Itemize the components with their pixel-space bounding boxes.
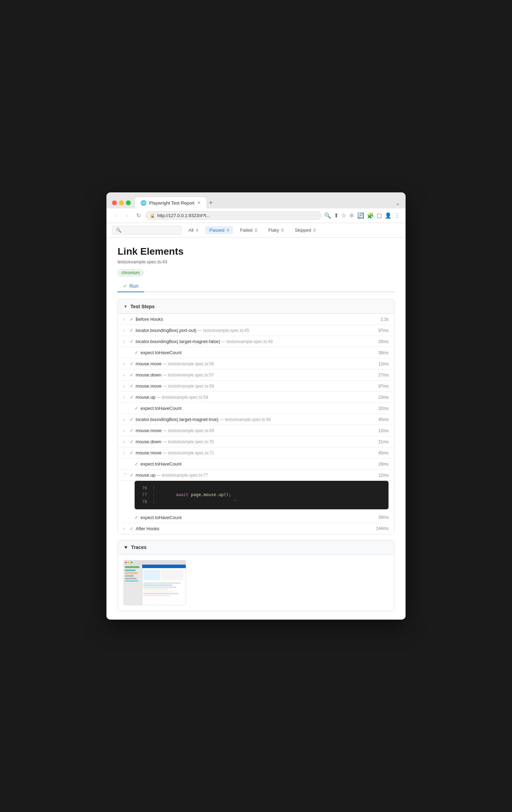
step-item: ✓ expect.toHaveCount 38ms [118, 347, 394, 358]
step-item: › ✓ locator.boundingBox(.target-magnet-f… [118, 336, 394, 347]
step-item: › ✓ locator.boundingBox(.port-out) — tes… [118, 325, 394, 336]
dot [128, 562, 130, 563]
step-item: ✓ expect.toHaveCount 29ms [118, 459, 394, 470]
sidebar-icon[interactable]: ▢ [377, 212, 382, 219]
step-check-icon: ✓ [130, 317, 134, 322]
step-label: mouse.move — tests/example.spec.ts:56 [136, 361, 376, 366]
tab-more-button[interactable]: ⌄ [395, 200, 400, 206]
expand-icon[interactable]: › [123, 384, 128, 388]
page-title: Link Elements [118, 246, 394, 257]
step-time: 97ms [378, 328, 389, 333]
code-line: 77 │ await page.mouse.up(); [140, 492, 383, 498]
step-check-icon: ✓ [130, 328, 134, 333]
reload-button[interactable]: ↻ [134, 212, 143, 219]
tab-close-icon[interactable]: ✕ [197, 200, 201, 205]
test-steps-header[interactable]: ▼ Test Steps [118, 300, 394, 313]
menu-icon[interactable]: ⋮ [394, 212, 400, 219]
refresh-icon[interactable]: 🔄 [357, 212, 364, 219]
expand-icon[interactable]: › [123, 340, 128, 344]
step-label: expect.toHaveCount [141, 461, 376, 467]
extension-icon[interactable]: ⚛ [349, 212, 354, 220]
step-label: mouse.move — tests/example.spec.ts:58 [136, 383, 376, 389]
step-check-icon: ✓ [135, 515, 138, 520]
expand-icon[interactable]: › [123, 362, 128, 366]
code-line: 78 │ ^ [140, 499, 383, 505]
step-check-icon: ✓ [130, 472, 134, 478]
expand-icon[interactable]: › [123, 451, 128, 455]
search-icon[interactable]: 🔍 [324, 212, 331, 219]
run-tab-label: Run [129, 283, 138, 289]
step-label: mouse.move — tests/example.spec.ts:71 [136, 450, 376, 455]
run-tab[interactable]: ✓ Run [118, 281, 144, 292]
step-time: 38ms [378, 350, 389, 355]
expand-icon[interactable]: › [123, 526, 128, 531]
filter-flaky[interactable]: Flaky 0 [264, 226, 288, 234]
step-label: mouse.down — tests/example.spec.ts:57 [136, 372, 376, 377]
step-label: mouse.up — tests/example.spec.ts:77 [136, 472, 376, 478]
back-button[interactable]: ‹ [112, 213, 120, 219]
step-check-icon: ✓ [130, 339, 134, 344]
expand-icon[interactable]: › [123, 373, 128, 377]
step-check-icon: ✓ [130, 439, 134, 444]
step-time: 21ms [378, 439, 389, 444]
step-time: 12ms [378, 361, 389, 366]
step-label: expect.toHaveCount [141, 350, 376, 355]
step-label: mouse.down — tests/example.spec.ts:70 [136, 439, 376, 444]
filter-all[interactable]: All 4 [184, 226, 202, 234]
traces-header[interactable]: ▼ Traces [118, 540, 394, 554]
active-tab[interactable]: 🌐 Playwright Test Report ✕ [135, 197, 206, 208]
profile-icon[interactable]: 👤 [385, 212, 392, 219]
expand-icon[interactable]: › [123, 317, 128, 321]
expand-icon[interactable]: › [123, 417, 128, 422]
collapse-icon: ▼ [123, 304, 128, 309]
dot [125, 562, 127, 563]
filter-skipped[interactable]: Skipped 0 [291, 226, 320, 234]
step-item: › ✓ Before Hooks 2.3s [118, 314, 394, 325]
step-check-icon: ✓ [130, 428, 134, 433]
run-check-icon: ✓ [123, 283, 127, 289]
bookmark-icon[interactable]: ☆ [341, 212, 346, 219]
maximize-button[interactable] [126, 200, 131, 205]
code-block: 76 │ 77 │ await page.mouse.up(); 78 │ [135, 481, 389, 509]
tab-bar: 🌐 Playwright Test Report ✕ + ⌄ [135, 197, 400, 208]
search-icon: 🔍 [116, 228, 121, 233]
expand-icon[interactable]: › [123, 328, 128, 333]
step-time: 12ms [378, 473, 389, 478]
filter-passed[interactable]: Passed 4 [205, 226, 233, 234]
trace-screenshot [124, 560, 186, 605]
expand-icon[interactable]: › [123, 440, 128, 444]
step-check-icon: ✓ [130, 372, 134, 377]
url-text: http://127.0.0.1:9323/#?t... [157, 213, 210, 218]
traces-label: Traces [131, 544, 146, 550]
browser-window: 🌐 Playwright Test Report ✕ + ⌄ ‹ › ↻ 🔒 h… [106, 192, 406, 620]
minimize-button[interactable] [119, 200, 124, 205]
step-item: › ✓ mouse.move — tests/example.spec.ts:5… [118, 381, 394, 392]
new-tab-button[interactable]: + [209, 199, 213, 207]
step-time: 45ms [378, 417, 389, 422]
tab-title: Playwright Test Report [149, 200, 194, 206]
step-label: locator.boundingBox(.target-magnet-true)… [136, 417, 376, 422]
step-check-icon: ✓ [130, 361, 134, 366]
trace-image[interactable] [123, 560, 186, 605]
share-icon[interactable]: ⬆ [334, 212, 338, 219]
step-time: 144ms [376, 526, 389, 531]
step-check-icon: ✓ [135, 461, 138, 467]
step-item: › ✓ After Hooks 144ms [118, 523, 394, 534]
url-bar[interactable]: 🔒 http://127.0.0.1:9323/#?t... [145, 211, 321, 220]
close-button[interactable] [112, 200, 117, 205]
expand-icon[interactable]: › [123, 429, 128, 433]
step-list: › ✓ Before Hooks 2.3s › ✓ locator.boundi… [118, 313, 394, 534]
traces-card: ▼ Traces [118, 540, 394, 611]
tabs-row: ✓ Run [118, 281, 394, 292]
search-box[interactable]: 🔍 [112, 226, 182, 234]
step-item: › ✓ mouse.move — tests/example.spec.ts:7… [118, 447, 394, 459]
expand-icon[interactable]: › [123, 395, 128, 399]
puzzle-icon[interactable]: 🧩 [367, 212, 374, 219]
filter-failed[interactable]: Failed 0 [236, 226, 261, 234]
step-check-icon: ✓ [130, 395, 134, 400]
test-steps-label: Test Steps [130, 304, 155, 309]
expand-icon[interactable]: › [123, 473, 128, 477]
forward-button[interactable]: › [123, 213, 131, 219]
step-time: 27ms [378, 373, 389, 377]
step-item: ✓ expect.toHaveCount 39ms [118, 512, 394, 523]
